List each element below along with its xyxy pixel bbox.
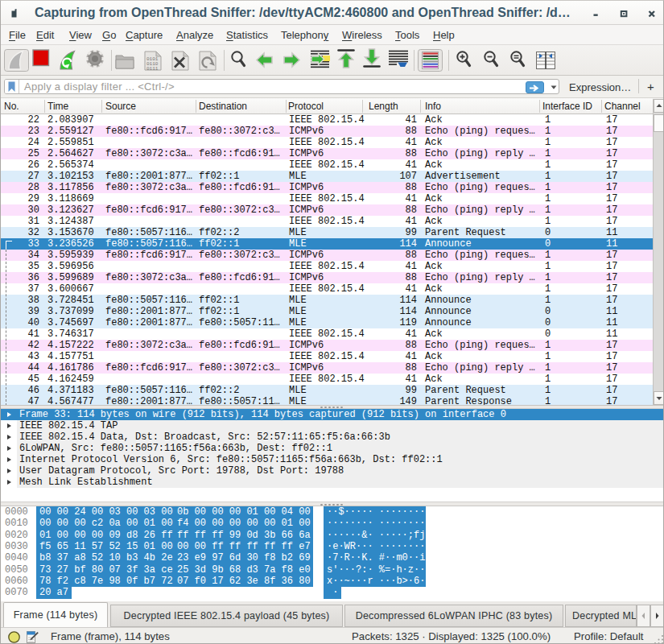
svg-text:0111: 0111 bbox=[146, 66, 159, 72]
